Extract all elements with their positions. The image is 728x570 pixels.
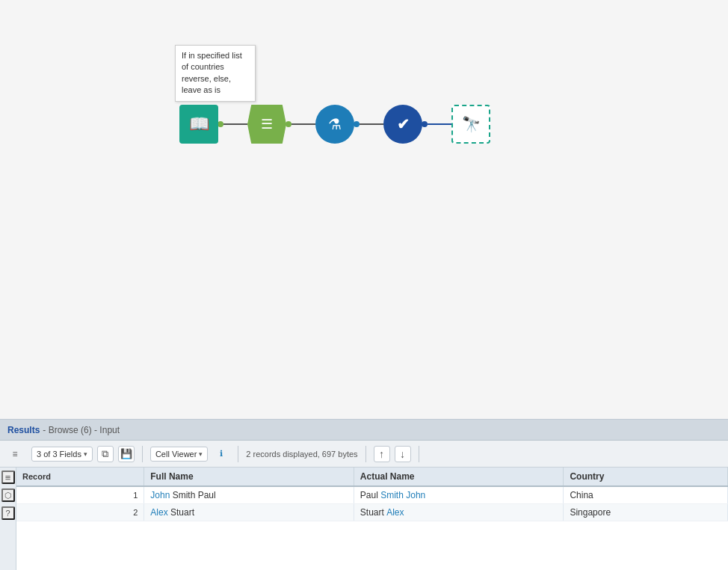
node-check-box[interactable]: ✔ — [383, 105, 422, 144]
node-check[interactable]: ✔ — [383, 105, 422, 144]
node-table-box[interactable]: ☰ — [247, 105, 286, 144]
connector-port-2 — [286, 121, 291, 127]
viewer-dropdown[interactable]: Cell Viewer ▾ — [150, 447, 208, 462]
col-header-country: Country — [564, 468, 728, 486]
highlighted-actualname: Smith John — [380, 490, 425, 500]
results-subtitle: - Browse (6) - Input — [43, 425, 120, 435]
table-row[interactable]: 2Alex StuartStuart AlexSingapore — [16, 504, 728, 521]
formula-icon: ⚗ — [328, 115, 342, 133]
table-icon: ☰ — [261, 116, 273, 132]
node-browse[interactable]: 🔭 — [451, 105, 490, 144]
sidebar-icon-hex[interactable]: ⬡ — [1, 488, 15, 502]
scroll-up-button[interactable]: ↑ — [374, 446, 390, 462]
node-formula[interactable]: ⚗ — [315, 105, 354, 144]
cell-fullname: John Smith Paul — [144, 486, 354, 504]
connector-line-4 — [428, 123, 451, 125]
scroll-down-button[interactable]: ↓ — [395, 446, 411, 462]
connector-line-2 — [291, 123, 315, 125]
cell-record: 1 — [16, 486, 144, 504]
stats-label: 2 records displayed, 697 bytes — [246, 450, 357, 459]
separator-3 — [365, 446, 366, 462]
check-icon: ✔ — [397, 115, 410, 133]
viewer-label: Cell Viewer — [155, 450, 197, 459]
results-toolbar: ≡ 3 of 3 Fields ▾ ⧉ 💾 Cell Viewer ▾ ℹ 2 … — [0, 441, 728, 468]
node-browse-box[interactable]: 🔭 — [451, 105, 490, 144]
results-table: Record Full Name Actual Name Country 1Jo… — [16, 468, 728, 521]
table-header-row: Record Full Name Actual Name Country — [16, 468, 728, 486]
col-header-fullname: Full Name — [144, 468, 354, 486]
fields-dropdown[interactable]: 3 of 3 Fields ▾ — [31, 447, 93, 462]
connector-port-3 — [354, 121, 360, 127]
separator-1 — [142, 446, 143, 462]
cell-actualname: Stuart Alex — [354, 504, 564, 521]
workflow-nodes: 📖 ☰ ⚗ ✔ — [179, 105, 490, 144]
browse-icon: 🔭 — [462, 115, 481, 133]
node-table[interactable]: ☰ — [247, 105, 286, 144]
sidebar-toggle-icon[interactable]: ≡ — [6, 445, 24, 463]
col-header-record: Record — [16, 468, 144, 486]
highlighted-fullname: John — [150, 490, 170, 500]
separator-4 — [419, 446, 419, 462]
cell-fullname: Alex Stuart — [144, 504, 354, 521]
info-icon[interactable]: ℹ — [212, 445, 230, 463]
viewer-chevron-icon: ▾ — [199, 450, 203, 458]
formula-tooltip: If in specified list of countries revers… — [175, 45, 256, 102]
results-table-container: Record Full Name Actual Name Country 1Jo… — [16, 468, 728, 570]
cell-actualname: Paul Smith John — [354, 486, 564, 504]
left-sidebar: ≡ ⬡ ? — [0, 468, 16, 570]
table-body: 1John Smith PaulPaul Smith JohnChina2Ale… — [16, 486, 728, 521]
results-title: Results — [7, 425, 40, 435]
table-area: ≡ ⬡ ? Record Full Name Actual Name Count… — [0, 468, 728, 570]
cell-record: 2 — [16, 504, 144, 521]
copy-button[interactable]: ⧉ — [97, 446, 114, 462]
node-book-box[interactable]: 📖 — [179, 105, 218, 144]
tooltip-text: If in specified list of countries revers… — [182, 51, 242, 94]
connector-port-1 — [218, 121, 223, 127]
sidebar-icon-help[interactable]: ? — [1, 506, 15, 520]
fields-label: 3 of 3 Fields — [37, 450, 81, 459]
node-book[interactable]: 📖 — [179, 105, 218, 144]
results-header: Results - Browse (6) - Input — [0, 420, 728, 441]
cell-country: China — [564, 486, 728, 504]
workflow-canvas: 📖 ☰ ⚗ ✔ — [0, 0, 728, 419]
sidebar-icon-menu[interactable]: ≡ — [1, 471, 15, 484]
highlighted-fullname: Alex — [150, 507, 167, 518]
table-row[interactable]: 1John Smith PaulPaul Smith JohnChina — [16, 486, 728, 504]
cell-country: Singapore — [564, 504, 728, 521]
save-button[interactable]: 💾 — [118, 446, 135, 462]
connector-line-1 — [223, 123, 247, 125]
connector-line-3 — [360, 123, 383, 125]
results-panel: Results - Browse (6) - Input ≡ 3 of 3 Fi… — [0, 419, 728, 570]
highlighted-actualname: Alex — [386, 507, 404, 518]
fields-chevron-icon: ▾ — [84, 450, 87, 458]
node-formula-box[interactable]: ⚗ — [315, 105, 354, 144]
col-header-actualname: Actual Name — [354, 468, 564, 486]
connector-port-4 — [422, 121, 428, 127]
book-icon: 📖 — [189, 114, 209, 134]
separator-2 — [238, 446, 238, 462]
